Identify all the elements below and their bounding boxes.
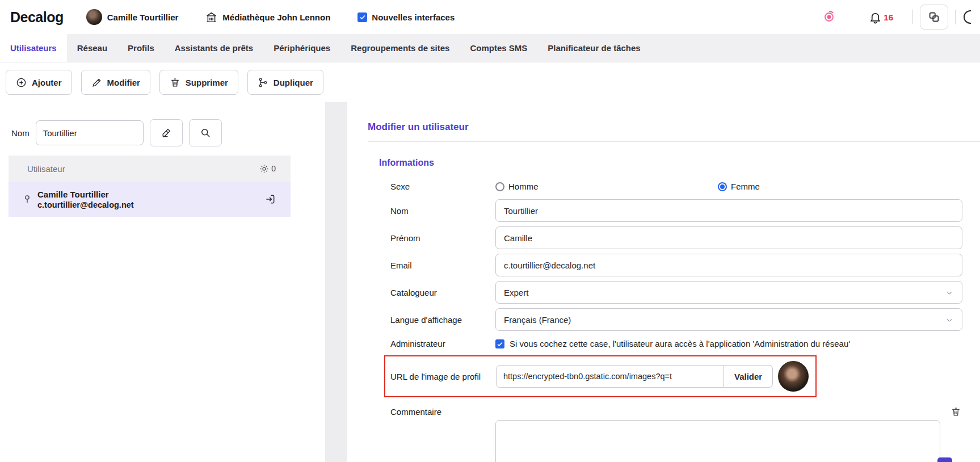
user-form: Sexe Homme Femme Nom [347, 182, 980, 462]
radio-homme[interactable]: Homme [495, 182, 718, 191]
langue-select[interactable]: Français (France) [495, 308, 962, 331]
delete-button[interactable]: Supprimer [159, 70, 238, 95]
tab-regroupements-de-sites[interactable]: Regroupements de sites [340, 34, 460, 62]
pencil-icon [91, 77, 102, 88]
radio-femme[interactable]: Femme [718, 182, 760, 191]
duplicate-icon [258, 77, 268, 88]
admin-checked-checkbox-icon[interactable] [495, 339, 504, 348]
nom-label: Nom [390, 206, 495, 216]
catalogueur-label: Catalogueur [390, 288, 495, 297]
profile-image-url-input[interactable] [496, 365, 724, 388]
scroll-top-button-partial[interactable] [937, 457, 952, 462]
commentaire-textarea[interactable] [495, 420, 940, 462]
sexe-label: Sexe [390, 182, 495, 191]
commentaire-row: Commentaire [390, 406, 962, 462]
tab-profils[interactable]: Profils [117, 34, 165, 62]
catalogueur-select[interactable]: Expert [495, 281, 962, 304]
name-filter-input[interactable] [36, 120, 144, 145]
logout-icon-partial[interactable] [964, 10, 971, 24]
commentaire-label: Commentaire [390, 406, 495, 417]
notification-count-badge: 16 [884, 12, 893, 22]
search-button[interactable] [189, 119, 222, 146]
delete-button-label: Supprimer [186, 78, 228, 87]
section-title: Informations [379, 158, 980, 168]
search-icon [200, 127, 211, 138]
user-list-header: Utilisateur 0 [9, 156, 291, 182]
prenom-label: Prénom [390, 233, 495, 243]
tab-planificateur-de-taches[interactable]: Planificateur de tâches [537, 34, 650, 62]
title-divider [368, 141, 980, 142]
profile-image-preview [778, 361, 809, 392]
email-label: Email [390, 261, 495, 270]
user-avatar [86, 9, 102, 25]
decalog-logo: Decalog [10, 9, 64, 26]
current-site-name: Médiathèque John Lennon [222, 12, 330, 22]
commentaire-controls [495, 406, 962, 462]
plus-circle-icon [16, 77, 27, 88]
users-list-panel: Nom Utilisateur 0 [0, 102, 325, 462]
tab-reseau[interactable]: Réseau [67, 34, 117, 62]
tab-comptes-sms[interactable]: Comptes SMS [460, 34, 537, 62]
edit-button-label: Modifier [107, 78, 140, 87]
radio-checked-icon[interactable] [718, 182, 727, 191]
catalogueur-value: Expert [504, 288, 528, 297]
add-button[interactable]: Ajouter [6, 70, 72, 95]
nom-input[interactable] [495, 199, 962, 222]
edit-button[interactable]: Modifier [81, 70, 150, 95]
commentaire-tools [495, 406, 962, 418]
user-list-item-selected[interactable]: Camille Tourtillier c.tourtillier@decalo… [9, 182, 291, 217]
top-header: Decalog Camille Tourtillier Médiathèque … [0, 0, 980, 34]
prenom-row: Prénom [390, 226, 962, 249]
langue-row: Langue d'affichage Français (France) [390, 308, 962, 331]
new-interfaces-label: Nouvelles interfaces [372, 12, 455, 22]
admin-help-text: Si vous cochez cette case, l'utilisateur… [510, 339, 850, 348]
settings-count: 0 [271, 164, 276, 173]
chevron-down-icon [945, 289, 953, 297]
user-identity: Camille Tourtillier c.tourtillier@decalo… [37, 190, 134, 209]
nom-row: Nom [390, 199, 962, 222]
email-row: Email [390, 254, 962, 276]
radio-unchecked-icon[interactable] [495, 182, 504, 191]
current-user-chip[interactable]: Camille Tourtillier [86, 9, 179, 25]
radio-homme-label: Homme [508, 182, 539, 191]
user-list-settings[interactable]: 0 [259, 163, 276, 174]
duplicate-button[interactable]: Dupliquer [247, 70, 323, 95]
name-filter-label: Nom [11, 128, 30, 138]
clear-comment-trash-icon[interactable] [950, 406, 961, 417]
user-list-header-label: Utilisateur [27, 164, 65, 174]
admin-checkbox-group[interactable]: Si vous cochez cette case, l'utilisateur… [495, 339, 962, 348]
tab-utilisateurs[interactable]: Utilisateurs [0, 34, 67, 62]
library-icon [205, 11, 217, 23]
trash-icon [170, 77, 180, 88]
current-user-name: Camille Tourtillier [107, 12, 179, 22]
header-divider-2 [955, 10, 956, 24]
email-input[interactable] [495, 254, 962, 276]
profile-image-url-annotated-box: URL de l'image de profil Valider [384, 355, 817, 397]
url-label: URL de l'image de profil [390, 372, 496, 381]
prenom-input[interactable] [495, 226, 962, 249]
langue-value: Français (France) [504, 315, 571, 325]
login-as-icon[interactable] [264, 194, 276, 205]
modules-button[interactable] [920, 5, 948, 30]
tab-peripheriques[interactable]: Périphériques [263, 34, 340, 62]
checked-checkbox-icon[interactable] [357, 12, 367, 22]
clear-filter-button[interactable] [150, 119, 183, 146]
user-email: c.tourtillier@decalog.net [37, 200, 134, 209]
panel-gap [325, 102, 347, 462]
sexe-row: Sexe Homme Femme [390, 182, 962, 191]
add-button-label: Ajouter [32, 78, 62, 87]
module-tabs: Utilisateurs Réseau Profils Assistants d… [0, 34, 980, 62]
current-site-chip[interactable]: Médiathèque John Lennon [205, 11, 330, 23]
radio-femme-label: Femme [731, 182, 760, 191]
chevron-down-icon [945, 316, 953, 324]
tab-assistants-de-prets[interactable]: Assistants de prêts [165, 34, 263, 62]
header-divider [912, 10, 913, 24]
edit-user-panel: Modifier un utilisateur Informations Sex… [347, 102, 980, 462]
modules-icon [928, 11, 940, 23]
app-window: Decalog Camille Tourtillier Médiathèque … [0, 0, 980, 462]
sexe-options: Homme Femme [495, 182, 962, 191]
valider-button[interactable]: Valider [724, 365, 773, 388]
new-interfaces-toggle[interactable]: Nouvelles interfaces [357, 12, 455, 22]
assistance-icon[interactable] [822, 10, 836, 24]
notifications-button[interactable]: 16 [869, 11, 893, 24]
